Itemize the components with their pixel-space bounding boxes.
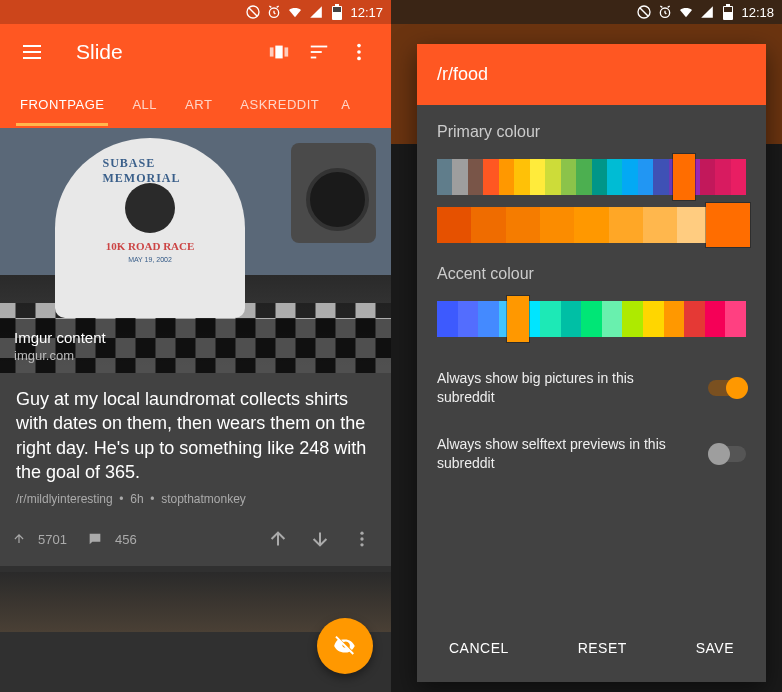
tab-frontpage[interactable]: FRONTPAGE <box>6 83 118 126</box>
color-swatch[interactable] <box>499 159 514 195</box>
post-meta: /r/mildlyinteresting • 6h • stopthatmonk… <box>16 492 375 506</box>
no-entry-icon <box>245 4 261 20</box>
sort-button[interactable] <box>299 32 339 72</box>
color-swatch[interactable] <box>468 159 483 195</box>
primary-colour-hue-row[interactable] <box>437 159 746 195</box>
color-swatch[interactable] <box>574 207 608 243</box>
color-swatch[interactable] <box>483 159 498 195</box>
svg-rect-11 <box>311 57 317 59</box>
color-swatch[interactable] <box>452 159 467 195</box>
wifi-icon <box>678 4 694 20</box>
screen-theme-dialog: 12:18 /r/food Primary colour Accent colo… <box>391 0 782 692</box>
color-swatch[interactable] <box>530 159 545 195</box>
color-swatch[interactable] <box>540 301 561 337</box>
battery-icon <box>720 4 736 20</box>
downvote-button[interactable] <box>303 522 337 556</box>
tab-art[interactable]: ART <box>171 83 226 126</box>
primary-hue-selector[interactable] <box>673 154 695 200</box>
svg-point-15 <box>360 532 363 535</box>
cancel-button[interactable]: CANCEL <box>439 632 519 664</box>
post-image[interactable]: SUBASE MEMORIAL 10K ROAD RACE MAY 19, 20… <box>0 128 391 373</box>
svg-rect-6 <box>275 46 282 59</box>
tab-askreddit[interactable]: ASKREDDIT <box>226 83 333 126</box>
post-feed[interactable]: SUBASE MEMORIAL 10K ROAD RACE MAY 19, 20… <box>0 128 391 692</box>
accent-selector[interactable] <box>507 296 529 342</box>
reset-button[interactable]: RESET <box>568 632 637 664</box>
tab-next[interactable]: A <box>333 83 350 126</box>
sort-icon <box>308 41 330 63</box>
post-subreddit[interactable]: /r/mildlyinteresting <box>16 492 113 506</box>
color-swatch[interactable] <box>506 207 540 243</box>
color-swatch[interactable] <box>715 159 730 195</box>
color-swatch[interactable] <box>725 301 746 337</box>
alarm-icon <box>657 4 673 20</box>
color-swatch[interactable] <box>705 301 726 337</box>
status-time: 12:17 <box>350 5 383 20</box>
post-comments: 456 <box>115 532 137 547</box>
no-entry-icon <box>636 4 652 20</box>
color-swatch[interactable] <box>561 159 576 195</box>
color-swatch[interactable] <box>664 301 685 337</box>
alarm-icon <box>266 4 282 20</box>
color-swatch[interactable] <box>581 301 602 337</box>
svg-point-17 <box>360 543 363 546</box>
svg-rect-22 <box>726 4 730 6</box>
overflow-button[interactable] <box>339 32 379 72</box>
color-swatch[interactable] <box>622 301 643 337</box>
hide-read-fab[interactable] <box>317 618 373 674</box>
upvote-button[interactable] <box>261 522 295 556</box>
color-swatch[interactable] <box>437 207 471 243</box>
color-swatch[interactable] <box>592 159 607 195</box>
color-swatch[interactable] <box>609 207 643 243</box>
view-mode-button[interactable] <box>259 32 299 72</box>
save-button[interactable]: SAVE <box>686 632 744 664</box>
color-swatch[interactable] <box>471 207 505 243</box>
post-card[interactable]: SUBASE MEMORIAL 10K ROAD RACE MAY 19, 20… <box>0 128 391 566</box>
post-author[interactable]: stopthatmonkey <box>161 492 246 506</box>
color-swatch[interactable] <box>458 301 479 337</box>
menu-button[interactable] <box>12 32 52 72</box>
primary-colour-shade-row[interactable] <box>437 207 746 243</box>
dialog-title: /r/food <box>417 44 766 105</box>
color-swatch[interactable] <box>540 207 574 243</box>
color-swatch[interactable] <box>684 301 705 337</box>
color-swatch[interactable] <box>622 159 637 195</box>
post-overflow-button[interactable] <box>345 522 379 556</box>
big-pictures-label: Always show big pictures in this subredd… <box>437 369 708 407</box>
svg-point-14 <box>357 57 361 61</box>
color-swatch[interactable] <box>576 159 591 195</box>
color-swatch[interactable] <box>700 159 715 195</box>
primary-shade-selector[interactable] <box>706 203 750 247</box>
color-swatch[interactable] <box>561 301 582 337</box>
svg-point-13 <box>357 50 361 54</box>
tab-all[interactable]: ALL <box>118 83 171 126</box>
color-swatch[interactable] <box>602 301 623 337</box>
color-swatch[interactable] <box>638 159 653 195</box>
selftext-label: Always show selftext previews in this su… <box>437 435 708 473</box>
color-swatch[interactable] <box>731 159 746 195</box>
color-swatch[interactable] <box>607 159 622 195</box>
selftext-switch[interactable] <box>708 446 746 462</box>
color-swatch[interactable] <box>514 159 529 195</box>
svg-rect-8 <box>285 47 289 56</box>
image-source-domain: imgur.com <box>14 348 377 363</box>
color-swatch[interactable] <box>545 159 560 195</box>
screen-slide-main: 12:17 Slide FRONTPAGE ALL ART ASKREDDIT … <box>0 0 391 692</box>
svg-point-16 <box>360 538 363 541</box>
big-pictures-toggle-row[interactable]: Always show big pictures in this subredd… <box>437 355 746 421</box>
primary-colour-label: Primary colour <box>437 123 746 141</box>
svg-rect-5 <box>333 7 341 12</box>
color-swatch[interactable] <box>478 301 499 337</box>
shirt-text-mid: 10K ROAD RACE <box>106 240 195 252</box>
color-swatch[interactable] <box>653 159 668 195</box>
status-time: 12:18 <box>741 5 774 20</box>
color-swatch[interactable] <box>643 301 664 337</box>
color-swatch[interactable] <box>437 159 452 195</box>
accent-colour-row[interactable] <box>437 301 746 337</box>
big-pictures-switch[interactable] <box>708 380 746 396</box>
selftext-toggle-row[interactable]: Always show selftext previews in this su… <box>437 421 746 487</box>
shirt-text-top: SUBASE MEMORIAL <box>103 156 198 186</box>
color-swatch[interactable] <box>643 207 677 243</box>
subreddit-theme-dialog: /r/food Primary colour Accent colour Alw… <box>417 44 766 682</box>
color-swatch[interactable] <box>437 301 458 337</box>
